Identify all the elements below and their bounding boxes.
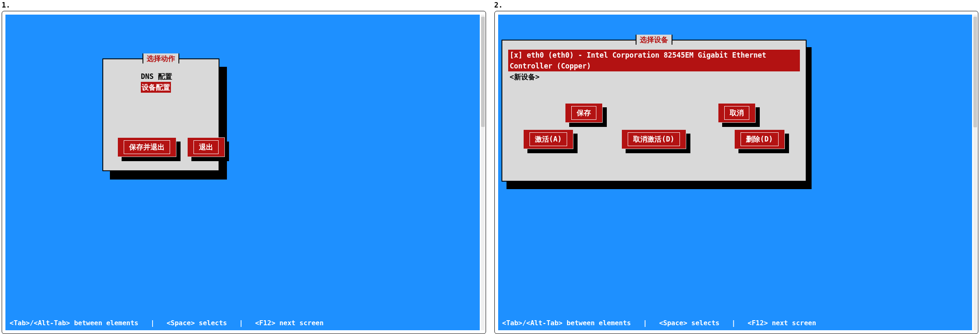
terminal-window-2: 选择设备 [x] eth0 (eth0) - Intel Corporation…	[494, 11, 979, 334]
device-list: [x] eth0 (eth0) - Intel Corporation 8254…	[508, 50, 800, 82]
save-and-exit-button[interactable]: 保存并退出	[117, 137, 176, 157]
device-item-eth0[interactable]: [x] eth0 (eth0) - Intel Corporation 8254…	[508, 50, 800, 71]
panel-1: 1. 选择动作 DNS 配置 设备配置 保存并	[2, 0, 486, 334]
deactivate-button[interactable]: 取消激活(D)	[621, 129, 686, 149]
save-button[interactable]: 保存	[565, 103, 603, 123]
help-bar: <Tab>/<Alt-Tab> between elements | <Spac…	[502, 319, 816, 327]
terminal-window-1: 选择动作 DNS 配置 设备配置 保存并退出	[2, 11, 486, 334]
menu-item-dns[interactable]: DNS 配置	[141, 71, 219, 82]
device-item-new[interactable]: <新设备>	[508, 73, 541, 81]
select-action-dialog: 选择动作 DNS 配置 设备配置 保存并退出	[102, 58, 219, 171]
help-bar: <Tab>/<Alt-Tab> between elements | <Spac…	[10, 319, 323, 327]
menu-item-device-config[interactable]: 设备配置	[141, 82, 171, 93]
dialog-title: 选择动作	[143, 53, 179, 63]
select-device-dialog: 选择设备 [x] eth0 (eth0) - Intel Corporation…	[501, 40, 807, 182]
panel-number-1: 1.	[2, 0, 486, 11]
exit-button[interactable]: 退出	[187, 137, 225, 157]
cancel-button[interactable]: 取消	[718, 103, 756, 123]
activate-button[interactable]: 激活(A)	[523, 129, 574, 149]
panel-2: 2. 选择设备 [x] eth0 (eth0) - Intel Corporat…	[494, 0, 979, 334]
delete-button[interactable]: 删除(D)	[734, 129, 785, 149]
dialog-title: 选择设备	[636, 35, 672, 45]
scrollbar[interactable]	[973, 15, 977, 330]
scrollbar[interactable]	[481, 15, 485, 330]
panel-number-2: 2.	[494, 0, 979, 11]
action-menu: DNS 配置 设备配置	[141, 71, 219, 93]
